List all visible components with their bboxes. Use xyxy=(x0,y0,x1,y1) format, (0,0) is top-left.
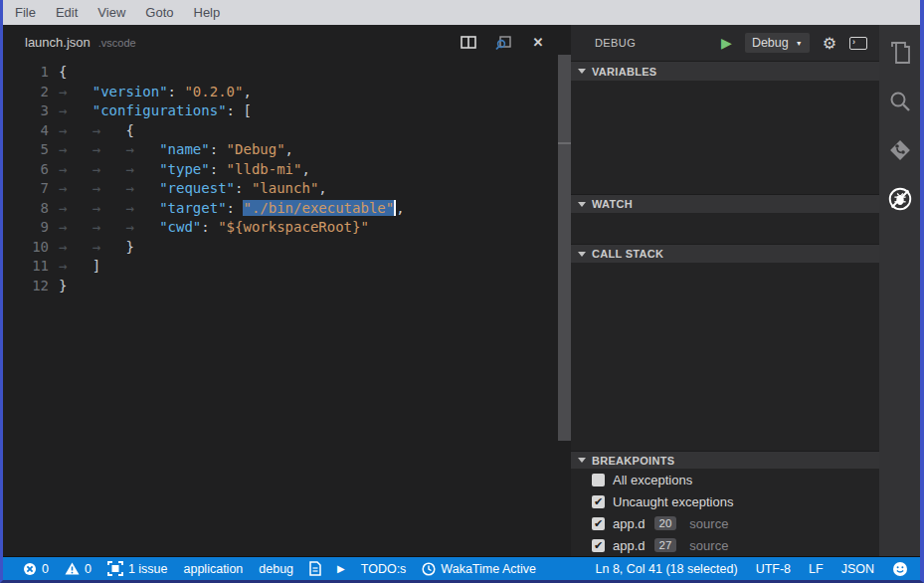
eol-indicator[interactable]: LF xyxy=(809,562,824,576)
tab-whitespace-arrow-icon: → xyxy=(125,200,159,216)
code-line[interactable]: 11→ ] xyxy=(3,257,558,277)
code-line[interactable]: 2→ "version": "0.2.0", xyxy=(3,83,558,102)
task-debug[interactable]: debug xyxy=(259,562,293,576)
menu-view[interactable]: View xyxy=(88,5,135,20)
search-icon[interactable] xyxy=(886,88,914,115)
language-mode[interactable]: JSON xyxy=(841,562,874,576)
code-token: , xyxy=(243,84,251,99)
code-line[interactable]: 1{ xyxy=(3,63,558,83)
line-number[interactable]: 7 xyxy=(3,179,49,199)
code-token: "./bin/executable" xyxy=(243,200,394,216)
scrollbar-thumb[interactable] xyxy=(558,55,571,441)
section-label: BREAKPOINTS xyxy=(592,455,674,467)
code-line[interactable]: 3→ "configurations": [ xyxy=(3,101,558,121)
breakpoint-checkbox[interactable]: ✔ xyxy=(592,495,605,508)
breakpoint-row[interactable]: ✔Uncaught exceptions xyxy=(571,490,879,512)
launch-config-dropdown[interactable]: Debug ▼ xyxy=(745,33,810,53)
call-stack-content xyxy=(571,263,879,451)
breakpoint-row[interactable]: ✔app.d27source xyxy=(571,534,879,556)
collapse-arrow-icon xyxy=(578,69,586,74)
debug-disabled-icon[interactable] xyxy=(886,185,914,213)
todo-indicator[interactable]: TODO:s xyxy=(361,562,407,576)
file-task-icon[interactable] xyxy=(309,561,321,576)
code-area[interactable]: 1{2→ "version": "0.2.0",3→ "configuratio… xyxy=(3,60,558,556)
line-number[interactable]: 10 xyxy=(3,238,49,258)
breakpoint-checkbox[interactable]: ✔ xyxy=(592,517,605,530)
line-number[interactable]: 11 xyxy=(3,257,49,277)
tab-whitespace-arrow-icon: → xyxy=(59,258,92,274)
code-line[interactable]: 10→ → } xyxy=(3,238,558,258)
gear-icon[interactable]: ⚙ xyxy=(823,34,836,53)
task-application[interactable]: application xyxy=(184,562,244,576)
section-header-breakpoints[interactable]: BREAKPOINTS xyxy=(571,451,879,469)
debug-console-icon[interactable]: › xyxy=(849,37,867,50)
code-token: : xyxy=(201,219,218,235)
code-token: "version" xyxy=(92,84,168,99)
code-token: , xyxy=(285,141,293,157)
tab-whitespace-arrow-icon: → xyxy=(59,219,92,235)
tab-whitespace-arrow-icon: → xyxy=(59,141,92,157)
menu-file[interactable]: File xyxy=(5,5,46,20)
code-token: "name" xyxy=(159,141,210,157)
run-task-icon[interactable]: ▶ xyxy=(337,563,345,574)
git-icon[interactable] xyxy=(886,136,914,164)
breakpoint-checkbox[interactable] xyxy=(592,474,605,486)
breakpoint-line-badge: 20 xyxy=(654,516,677,530)
feedback-smiley-icon[interactable] xyxy=(892,561,908,577)
tab-whitespace-arrow-icon: → xyxy=(92,200,126,216)
breakpoint-row[interactable]: All exceptions xyxy=(571,469,879,490)
menu-edit[interactable]: Edit xyxy=(46,5,88,20)
line-number[interactable]: 3 xyxy=(3,101,49,121)
code-token: "launch" xyxy=(252,180,318,196)
code-line[interactable]: 7→ → → "request": "launch", xyxy=(3,179,558,199)
code-line[interactable]: 12} xyxy=(3,277,558,296)
tab-whitespace-arrow-icon: → xyxy=(125,161,159,177)
warning-icon xyxy=(65,562,80,575)
section-header-variables[interactable]: VARIABLES xyxy=(571,61,879,81)
code-line[interactable]: 4→ → { xyxy=(3,121,558,141)
code-token: { xyxy=(59,64,67,80)
wakatime-indicator[interactable]: WakaTime Active xyxy=(422,562,536,576)
tab-whitespace-arrow-icon: → xyxy=(92,180,126,196)
section-header-watch[interactable]: WATCH xyxy=(571,194,879,213)
code-token: "${workspaceRoot}" xyxy=(218,219,369,235)
tab-whitespace-arrow-icon: → xyxy=(59,102,92,118)
line-number[interactable]: 5 xyxy=(3,140,49,160)
start-debug-icon[interactable]: ▶ xyxy=(721,35,732,51)
editor-scrollbar[interactable] xyxy=(558,25,571,556)
split-editor-icon[interactable] xyxy=(459,33,478,53)
warning-count[interactable]: 0 xyxy=(65,562,92,576)
line-number[interactable]: 6 xyxy=(3,160,49,180)
editor-title-bar: launch.json .vscode xyxy=(3,25,558,60)
code-token: ] xyxy=(92,258,100,274)
cursor-position[interactable]: Ln 8, Col 41 (18 selected) xyxy=(596,562,738,576)
section-header-call-stack[interactable]: CALL STACK xyxy=(571,244,879,263)
breakpoint-source-note: source xyxy=(689,538,728,553)
code-line[interactable]: 5→ → → "name": "Debug", xyxy=(3,140,558,160)
line-number[interactable]: 1 xyxy=(3,63,49,83)
breakpoint-checkbox[interactable]: ✔ xyxy=(592,539,605,552)
code-line[interactable]: 6→ → → "type": "lldb-mi", xyxy=(3,160,558,180)
error-count[interactable]: 0 xyxy=(23,562,49,576)
code-token: , xyxy=(396,200,404,216)
explorer-icon[interactable] xyxy=(886,39,914,67)
open-preview-icon[interactable] xyxy=(493,33,513,53)
menu-goto[interactable]: Goto xyxy=(135,5,183,20)
tab-filename[interactable]: launch.json xyxy=(25,35,91,50)
code-line[interactable]: 8→ → → "target": "./bin/executable", xyxy=(3,199,558,219)
code-line[interactable]: 9→ → → "cwd": "${workspaceRoot}" xyxy=(3,218,558,238)
line-number[interactable]: 8 xyxy=(3,199,49,219)
line-number[interactable]: 4 xyxy=(3,121,49,141)
issues-indicator[interactable]: 1 issue xyxy=(107,561,168,576)
code-token: } xyxy=(59,278,67,293)
variables-content xyxy=(571,81,879,194)
line-number[interactable]: 9 xyxy=(3,218,49,238)
encoding-indicator[interactable]: UTF-8 xyxy=(756,562,791,576)
menu-help[interactable]: Help xyxy=(184,5,231,20)
line-number[interactable]: 2 xyxy=(3,83,49,102)
close-icon[interactable]: ✕ xyxy=(528,33,548,53)
breakpoint-row[interactable]: ✔app.d20source xyxy=(571,512,879,534)
line-number[interactable]: 12 xyxy=(3,277,49,296)
tab-whitespace-arrow-icon: → xyxy=(125,219,159,235)
breakpoint-label: Uncaught exceptions xyxy=(613,494,733,509)
